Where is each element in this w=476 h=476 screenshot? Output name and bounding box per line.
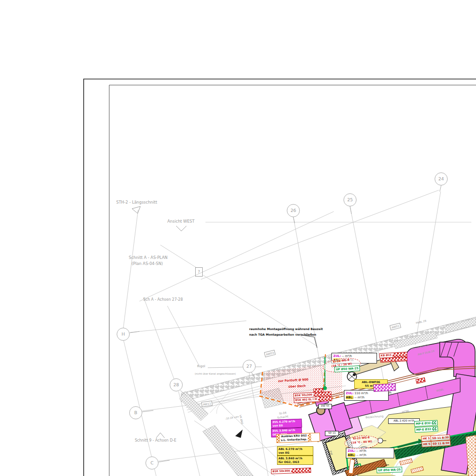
abl-label: ABL:	[348, 453, 355, 457]
hk-id: HK 5	[422, 436, 431, 441]
kru-line2: s.L. Unterdachsp.	[281, 437, 307, 442]
zul-label: ZUL:	[333, 354, 341, 358]
axis-bubble-27: 27	[243, 360, 256, 373]
up-tag-2: UP Ø50 WA-25	[377, 467, 402, 473]
rigol-label: Rigol	[197, 364, 205, 368]
section-arrows	[132, 206, 186, 438]
abl-label: ABL:	[346, 396, 353, 399]
airflow-box-2: ZUL: 110 m³/h ABL: -- m³/h	[344, 390, 389, 401]
zul-value: 110 m³/h	[355, 391, 368, 395]
zul-eg-target: von EG	[272, 423, 300, 428]
bsk-label: BSK 50x300	[271, 469, 291, 474]
unknown-marker-box: ?	[195, 267, 203, 277]
sd-tag: SD 11	[325, 431, 339, 436]
fire-damper-checker-icon	[318, 397, 331, 401]
zul-value: -- m³/h	[357, 449, 367, 453]
fire-damper-checker-icon	[291, 468, 311, 473]
abl-eg-source: von EG	[278, 451, 312, 455]
abl-og-value: ABL 3.840 m³/h	[278, 456, 312, 460]
cad-plan-sheet: 24 25 26 27 28 H B C STH-2 - Längsschnit…	[0, 0, 476, 476]
abl-og-box: ABL 3.840 m³/h für OG2, OG3	[277, 456, 313, 465]
supply-damper-checker-icon	[373, 383, 396, 391]
plan-linework	[0, 0, 476, 476]
axis-bubble-b: B	[129, 406, 142, 419]
section-label-sth2: STH-2 - Längsschnitt	[116, 200, 157, 205]
up-label: UP Ø50 WA-25	[336, 366, 358, 372]
zul-label: ZUL:	[348, 449, 355, 453]
airflow-box-3: ZUL: -- m³/h ABL: -- m³/h	[346, 448, 394, 458]
montage-note-line2: nach TGA Montagearbeiten verschließen	[249, 333, 316, 336]
axis-bubble-c: C	[145, 456, 159, 469]
section-label-schnitt-a-plan: (Plan AS-04-SN)	[132, 261, 163, 266]
section-label-schnitt-a: Schnitt A - AS-PLAN	[129, 255, 167, 260]
abl-eg-value: ABL 6.270 m³/h	[278, 447, 312, 451]
axis-bubble-26: 26	[287, 204, 300, 217]
section-label-schnitt-9: Schnitt 9 - Achsen D-E	[135, 438, 176, 443]
montage-note-line1: raumhohe Montageöffnung während Bauzeit	[249, 327, 323, 331]
mpe-label: MP-E Ø32	[416, 427, 431, 432]
orange-checker-icon	[308, 433, 311, 442]
hk-id: HK 5	[422, 442, 432, 447]
axis-bubble-24: 24	[435, 172, 448, 185]
bsk-label: BSK 402 EL I M	[294, 397, 318, 403]
axis-bubble-h: H	[117, 328, 130, 341]
fire-damper-checker-icon	[313, 388, 324, 393]
dw-tag: DW 55	[318, 404, 332, 409]
green-checker-icon	[431, 421, 436, 425]
abl-eg-box: ABL 6.270 m³/h von EG	[277, 446, 313, 456]
rigol-note: (nicht über Kanal angeschlossen)	[195, 372, 236, 375]
view-label-ansicht-west: Ansicht WEST	[167, 219, 194, 224]
abl-value: -- m³/h	[357, 453, 367, 457]
axis-bubble-28: 28	[170, 378, 183, 391]
abl-value: -- m³/h	[355, 396, 365, 399]
dwf-id: ABL-DWF06	[356, 380, 386, 384]
hk-sd: SD 11 B/30	[431, 435, 450, 441]
mpe-label: MP-E Ø32	[416, 421, 431, 426]
axis-bubble-25: 25	[344, 193, 357, 206]
green-checker-icon	[432, 427, 436, 431]
abl-og-target: für OG2, OG3	[278, 460, 312, 464]
hk-sd: SD 11 B/30	[431, 441, 450, 446]
section-label-sch-a-achsen: Sch A - Achsen 27-28	[143, 298, 183, 302]
kru-box: Ausblas KRU DS2 s.L. Unterdachsp.	[276, 433, 320, 443]
up-label: UP Ø50 WA-25	[378, 467, 401, 473]
zul-label: ZUL:	[346, 391, 353, 395]
